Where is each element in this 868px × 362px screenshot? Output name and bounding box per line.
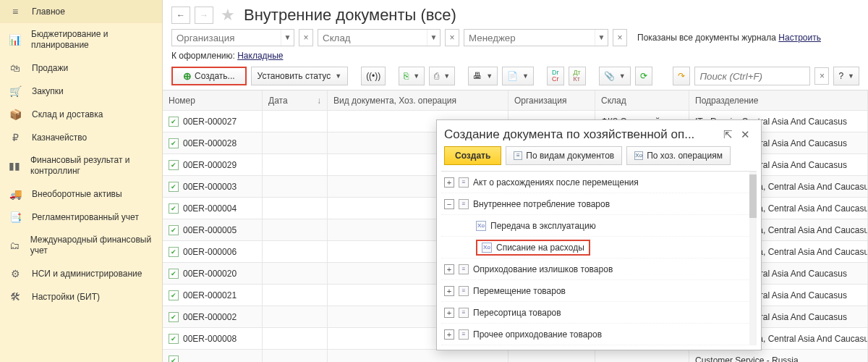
tree-label: Списание на расходы — [496, 243, 584, 253]
doc-status-icon: ✔ — [169, 269, 179, 279]
tree-node[interactable]: +≡Пересортица товаров — [441, 302, 757, 324]
document-icon: ≡ — [459, 308, 469, 318]
col-org[interactable]: Организация — [509, 90, 595, 111]
tree-label: Пересортица товаров — [473, 308, 561, 318]
cart-icon: 🛒 — [9, 85, 22, 97]
cell-number: 00ER-000004 — [183, 203, 237, 214]
search-box[interactable] — [694, 67, 810, 85]
globe-icon: 🗂 — [9, 240, 20, 251]
paste-button[interactable]: ⎙▼ — [429, 67, 455, 85]
sort-asc-icon: ↓ — [317, 96, 321, 106]
cell-date — [263, 154, 328, 176]
col-doctype[interactable]: Вид документа, Хоз. операция — [328, 90, 509, 111]
nav-item-sales[interactable]: 🛍Продажи — [0, 56, 162, 80]
col-number[interactable]: Номер — [163, 90, 263, 111]
sklad-filter[interactable]: ▼ — [318, 29, 441, 46]
cell-date — [263, 350, 328, 362]
tree-node[interactable]: +≡Перемещение товаров — [441, 280, 757, 302]
table-row[interactable]: ✔Customer Service - Russia — [163, 350, 868, 362]
manager-input[interactable] — [464, 30, 595, 46]
expand-icon[interactable]: + — [444, 308, 454, 318]
nav-item-bit[interactable]: 🛠Настройки (БИТ) — [0, 285, 162, 308]
nav-item-budget[interactable]: 📊Бюджетирование и планирование — [0, 23, 162, 56]
transmit-button[interactable]: ((•)) — [361, 67, 386, 85]
expand-icon[interactable]: + — [444, 177, 454, 188]
col-sklad[interactable]: Склад — [595, 90, 689, 111]
bars-icon: ▮▮ — [9, 160, 20, 172]
nav-item-intl[interactable]: 🗂Международный финансовый учет — [0, 229, 162, 262]
doc-status-icon: ✔ — [169, 182, 179, 192]
nav-item-treasury[interactable]: ₽Казначейство — [0, 126, 162, 149]
print-button[interactable]: 🖶▼ — [468, 67, 498, 85]
back-button[interactable]: ← — [171, 7, 190, 24]
drcr-button[interactable]: DrCr — [547, 67, 564, 85]
sklad-clear[interactable]: × — [445, 29, 459, 46]
copy-button[interactable]: ⎘▼ — [399, 67, 425, 85]
popup-bydoc-button[interactable]: ≡По видам документов — [506, 146, 622, 165]
manager-filter[interactable]: ▼ — [464, 29, 608, 46]
scrollbar[interactable] — [749, 172, 757, 345]
expand-icon[interactable]: + — [444, 286, 454, 296]
cell-date — [263, 219, 328, 241]
doc-status-icon: ✔ — [169, 247, 179, 257]
filter-hint: Показаны все документы журнала Настроить — [637, 33, 821, 43]
doc-status-icon: ✔ — [169, 290, 179, 300]
report-button[interactable]: 📄▼ — [502, 67, 534, 85]
set-status-button[interactable]: Установить статус▼ — [251, 67, 349, 85]
refresh-button[interactable]: ⟳ — [635, 67, 652, 85]
chevron-down-icon[interactable]: ▼ — [281, 30, 294, 46]
org-filter[interactable]: ▼ — [171, 29, 294, 46]
tree-node[interactable]: XoСписание на расходы — [441, 237, 757, 258]
cell-number: 00ER-000029 — [183, 160, 237, 170]
export-button[interactable]: ↷ — [673, 67, 690, 85]
nav-item-admin[interactable]: ⚙НСИ и администрирование — [0, 262, 162, 285]
document-icon: ≡ — [459, 329, 469, 340]
forward-button[interactable]: → — [195, 7, 213, 24]
nav-item-main[interactable]: ≡Главное — [0, 0, 162, 23]
popup-byop-button[interactable]: XoПо хоз. операциям — [626, 146, 731, 165]
tree-node[interactable]: XoПередача в эксплуатацию — [441, 215, 757, 237]
nav-item-assets[interactable]: 🚚Внеоборотные активы — [0, 182, 162, 206]
create-label: Создать... — [195, 71, 235, 81]
tree-node[interactable]: +≡Прочее оприходование товаров — [441, 324, 757, 345]
star-icon[interactable]: ★ — [221, 6, 235, 25]
configure-link[interactable]: Настроить — [778, 33, 821, 43]
document-icon: ≡ — [459, 177, 469, 188]
close-icon[interactable]: ✕ — [736, 128, 754, 141]
drcr2-button[interactable]: ДтКт — [569, 67, 586, 85]
tree-node[interactable]: +≡Акт о расхождениях после перемещения — [441, 172, 757, 193]
nav-item-finresult[interactable]: ▮▮Финансовый результат и контроллинг — [0, 149, 162, 182]
nav-item-warehouse[interactable]: 📦Склад и доставка — [0, 103, 162, 126]
manager-clear[interactable]: × — [613, 29, 627, 46]
col-sub[interactable]: Подразделение — [689, 90, 868, 111]
chevron-down-icon[interactable]: ▼ — [427, 30, 440, 46]
nav-item-reglament[interactable]: 📑Регламентированный учет — [0, 206, 162, 229]
cell-number: 00ER-000005 — [183, 225, 237, 235]
search-input[interactable] — [695, 67, 809, 85]
expand-icon[interactable]: + — [444, 264, 454, 274]
detach-icon[interactable]: ⇱ — [719, 128, 736, 141]
doc-status-icon: ✔ — [169, 355, 179, 363]
tree-label: Передача в эксплуатацию — [490, 221, 596, 231]
expand-icon[interactable]: + — [444, 329, 454, 340]
create-button[interactable]: ⊕Создать... — [171, 67, 247, 85]
cell-date — [263, 328, 328, 350]
nav-label: Склад и доставка — [32, 109, 103, 120]
tree-node[interactable]: −≡Внутреннее потребление товаров — [441, 193, 757, 215]
tree-node[interactable]: +≡Оприходование излишков товаров — [441, 258, 757, 280]
col-date[interactable]: Дата↓ — [263, 90, 328, 111]
search-clear[interactable]: × — [814, 67, 829, 85]
nav-item-purchase[interactable]: 🛒Закупки — [0, 80, 162, 103]
chevron-down-icon: ▼ — [335, 72, 341, 80]
chevron-down-icon[interactable]: ▼ — [595, 30, 608, 46]
nav-label: Продажи — [32, 63, 68, 74]
org-input[interactable] — [172, 30, 281, 46]
sklad-input[interactable] — [318, 30, 427, 46]
expand-icon[interactable]: − — [444, 199, 454, 209]
org-clear[interactable]: × — [299, 29, 313, 46]
more-button[interactable]: ?▼ — [833, 67, 859, 85]
attach-button[interactable]: 📎▼ — [599, 67, 631, 85]
nav-label: Настройки (БИТ) — [32, 292, 100, 303]
pending-link[interactable]: Накладные — [237, 51, 283, 61]
popup-create-button[interactable]: Создать — [444, 146, 501, 165]
